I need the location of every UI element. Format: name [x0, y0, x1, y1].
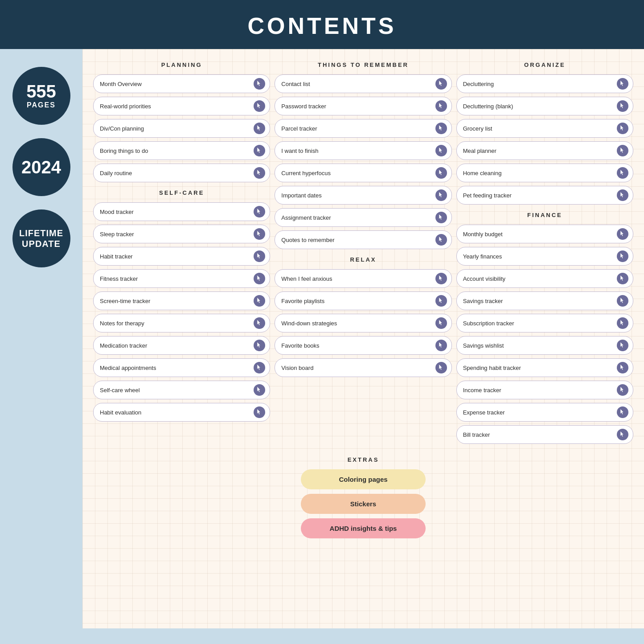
list-item[interactable]: Notes for therapy — [93, 314, 270, 332]
organize-column: ORGANIZE DeclutteringDecluttering (blank… — [456, 58, 633, 447]
extras-btn-peach[interactable]: Stickers — [301, 494, 426, 514]
item-label: Month Overview — [100, 81, 251, 87]
list-item[interactable]: Contact list — [275, 74, 451, 93]
item-label: Subscription tracker — [463, 320, 614, 327]
list-item[interactable]: Self-care wheel — [93, 381, 270, 399]
list-item[interactable]: Account visibility — [456, 269, 633, 288]
list-item[interactable]: Sleep tracker — [93, 225, 270, 243]
list-item[interactable]: I want to finish — [275, 141, 451, 160]
list-item[interactable]: Parcel tracker — [275, 119, 451, 138]
list-item[interactable]: Decluttering (blank) — [456, 97, 633, 115]
cursor-icon — [435, 317, 447, 329]
planning-items: Month OverviewReal-world prioritiesDiv/C… — [93, 74, 270, 182]
lifetime-label: LIFETIMEUPDATE — [19, 228, 63, 249]
list-item[interactable]: Bill tracker — [456, 425, 633, 444]
cursor-icon — [254, 228, 265, 240]
list-item[interactable]: Div/Con planning — [93, 119, 270, 138]
relax-title: RELAX — [275, 256, 451, 263]
item-label: Income tracker — [463, 387, 614, 394]
cursor-icon — [254, 250, 265, 262]
list-item[interactable]: Current hyperfocus — [275, 164, 451, 182]
finance-title: FINANCE — [456, 212, 633, 218]
list-item[interactable]: Expense tracker — [456, 403, 633, 422]
list-item[interactable]: Habit tracker — [93, 247, 270, 266]
list-item[interactable]: Password tracker — [275, 97, 451, 115]
list-item[interactable]: Medical appointments — [93, 358, 270, 377]
list-item[interactable]: Income tracker — [456, 381, 633, 399]
list-item[interactable]: Pet feeding tracker — [456, 186, 633, 205]
cursor-icon — [435, 295, 447, 307]
list-item[interactable]: Favorite playlists — [275, 291, 451, 310]
year-label: 2024 — [21, 158, 61, 176]
item-label: Savings tracker — [463, 298, 614, 304]
item-label: Medical appointments — [100, 365, 251, 371]
organize-title: ORGANIZE — [456, 62, 633, 68]
cursor-icon — [254, 384, 265, 396]
item-label: Habit tracker — [100, 253, 251, 260]
list-item[interactable]: When I feel anxious — [275, 269, 451, 288]
item-label: Savings wishlist — [463, 342, 614, 349]
cursor-icon — [617, 317, 628, 329]
list-item[interactable]: Boring things to do — [93, 141, 270, 160]
item-label: Screen-time tracker — [100, 298, 251, 304]
item-label: Spending habit tracker — [463, 365, 614, 371]
cursor-icon — [254, 273, 265, 284]
lifetime-badge: LIFETIMEUPDATE — [12, 209, 70, 267]
list-item[interactable]: Habit evaluation — [93, 403, 270, 422]
list-item[interactable]: Savings tracker — [456, 291, 633, 310]
cursor-icon — [254, 167, 265, 179]
item-label: Daily routine — [100, 170, 251, 176]
content-area: PLANNING Month OverviewReal-world priori… — [82, 49, 644, 628]
cursor-icon — [617, 78, 628, 90]
item-label: Fitness tracker — [100, 275, 251, 282]
list-item[interactable]: Important dates — [275, 186, 451, 205]
cursor-icon — [435, 100, 447, 112]
year-badge: 2024 — [12, 138, 70, 196]
list-item[interactable]: Vision board — [275, 358, 451, 377]
item-label: Decluttering (blank) — [463, 103, 614, 110]
list-item[interactable]: Meal planner — [456, 141, 633, 160]
list-item[interactable]: Medication tracker — [93, 336, 270, 355]
list-item[interactable]: Daily routine — [93, 164, 270, 182]
list-item[interactable]: Month Overview — [93, 74, 270, 93]
finance-items: Monthly budgetYearly financesAccount vis… — [456, 225, 633, 444]
item-label: Parcel tracker — [281, 125, 432, 132]
extras-btn-yellow[interactable]: Coloring pages — [301, 469, 426, 489]
list-item[interactable]: Spending habit tracker — [456, 358, 633, 377]
item-label: Favorite books — [281, 342, 432, 349]
cursor-icon — [617, 429, 628, 440]
list-item[interactable]: Savings wishlist — [456, 336, 633, 355]
cursor-icon — [617, 189, 628, 201]
list-item[interactable]: Grocery list — [456, 119, 633, 138]
cursor-icon — [617, 273, 628, 284]
header-title: CONTENTS — [248, 13, 397, 39]
list-item[interactable]: Mood tracker — [93, 202, 270, 221]
list-item[interactable]: Fitness tracker — [93, 269, 270, 288]
list-item[interactable]: Yearly finances — [456, 247, 633, 266]
cursor-icon — [254, 100, 265, 112]
list-item[interactable]: Wind-down strategies — [275, 314, 451, 332]
list-item[interactable]: Assignment tracker — [275, 208, 451, 227]
item-label: Real-world priorities — [100, 103, 251, 110]
list-item[interactable]: Monthly budget — [456, 225, 633, 243]
cursor-icon — [617, 340, 628, 351]
list-item[interactable]: Decluttering — [456, 74, 633, 93]
list-item[interactable]: Favorite books — [275, 336, 451, 355]
selfcare-items: Mood trackerSleep trackerHabit trackerFi… — [93, 202, 270, 422]
planning-title: PLANNING — [93, 62, 270, 68]
list-item[interactable]: Home cleaning — [456, 164, 633, 182]
cursor-icon — [617, 123, 628, 134]
list-item[interactable]: Screen-time tracker — [93, 291, 270, 310]
cursor-icon — [617, 406, 628, 418]
cursor-icon — [435, 123, 447, 134]
list-item[interactable]: Quotes to remember — [275, 230, 451, 249]
list-item[interactable]: Real-world priorities — [93, 97, 270, 115]
extras-title: EXTRAS — [348, 456, 379, 463]
item-label: Contact list — [281, 81, 432, 87]
organize-items: DeclutteringDecluttering (blank)Grocery … — [456, 74, 633, 205]
item-label: Vision board — [281, 365, 432, 371]
extras-btn-pink[interactable]: ADHD insights & tips — [301, 518, 426, 538]
item-label: Sleep tracker — [100, 231, 251, 238]
list-item[interactable]: Subscription tracker — [456, 314, 633, 332]
main-wrapper: 555 PAGES 2024 LIFETIMEUPDATE PLANNING M… — [0, 49, 644, 628]
